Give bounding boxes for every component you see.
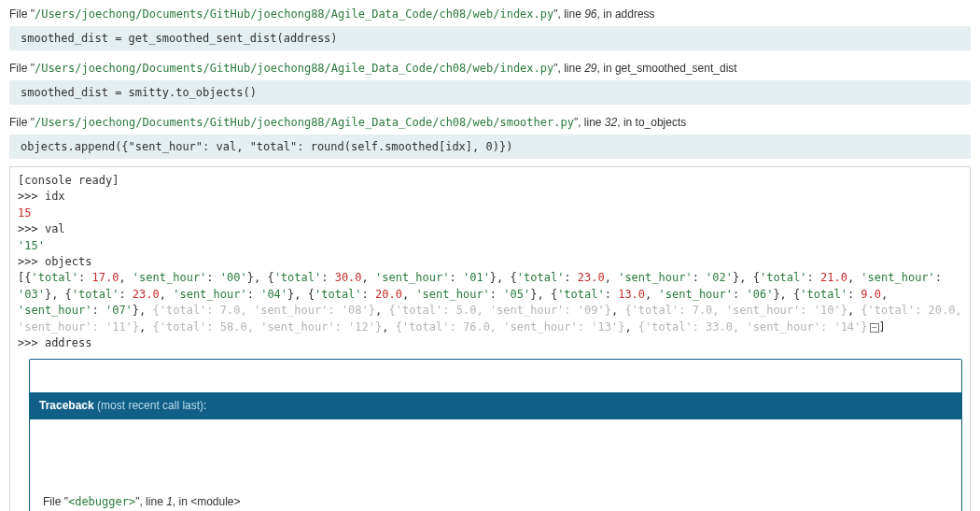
expand-icon[interactable]: – <box>870 323 879 333</box>
traceback-frame: File "/Users/joechong/Documents/GitHub/j… <box>9 112 971 159</box>
frame-line-no: 32 <box>605 116 617 129</box>
console-input: address <box>45 336 92 349</box>
debug-console[interactable]: [console ready] >>> idx 15 >>> val '15' … <box>9 166 971 511</box>
frame-file-path[interactable]: /Users/joechong/Documents/GitHub/joechon… <box>35 116 574 129</box>
tb-file: <debugger> <box>68 495 135 508</box>
in-word: , in <box>597 7 615 21</box>
console-output: 15 <box>18 206 31 220</box>
traceback-frame: File "/Users/joechong/Documents/GitHub/j… <box>9 58 971 105</box>
console-prompt: >>> <box>18 190 45 203</box>
traceback-subtitle: (most recent call last) <box>97 399 203 412</box>
console-prompt: >>> <box>18 336 45 349</box>
frame-line-no: 96 <box>584 7 596 21</box>
console-input: idx <box>45 190 65 203</box>
traceback-body: File "<debugger>", line 1, in <module> a… <box>30 452 961 511</box>
frame-fn: to_objects <box>636 116 687 129</box>
frame-fn: get_smoothed_sent_dist <box>615 62 737 75</box>
console-ready: [console ready] <box>18 174 119 187</box>
console-prompt: >>> <box>18 255 45 268</box>
line-word: , line <box>558 7 585 21</box>
file-word: File <box>9 7 31 21</box>
frame-fn: address <box>615 7 655 21</box>
console-output-objects: [{'total': 17.0, 'sent_hour': '00'}, {'t… <box>18 271 969 333</box>
console-input: objects <box>45 255 92 268</box>
frame-code[interactable]: smoothed_dist = smitty.to_objects() <box>9 80 971 105</box>
inner-traceback: Traceback (most recent call last): File … <box>29 359 962 511</box>
traceback-frame: File "/Users/joechong/Documents/GitHub/j… <box>9 4 971 50</box>
console-input: val <box>45 222 65 235</box>
frame-header: File "/Users/joechong/Documents/GitHub/j… <box>9 4 971 24</box>
console-prompt: >>> <box>18 222 45 235</box>
traceback-title: Traceback <box>39 399 94 412</box>
tb-fn: <module> <box>190 495 240 508</box>
frame-file-path[interactable]: /Users/joechong/Documents/GitHub/joechon… <box>35 7 553 21</box>
traceback-frame-line: File "<debugger>", line 1, in <module> <box>43 494 948 510</box>
frame-header: File "/Users/joechong/Documents/GitHub/j… <box>9 58 971 78</box>
frame-code[interactable]: smoothed_dist = get_smoothed_sent_dist(a… <box>9 26 971 50</box>
console-output: '15' <box>18 239 45 252</box>
frame-line-no: 29 <box>584 62 596 75</box>
frame-code[interactable]: objects.append({"sent_hour": val, "total… <box>9 135 971 159</box>
frame-header: File "/Users/joechong/Documents/GitHub/j… <box>9 112 971 133</box>
traceback-header: Traceback (most recent call last): <box>30 392 961 419</box>
frame-file-path[interactable]: /Users/joechong/Documents/GitHub/joechon… <box>35 62 553 75</box>
tb-line-no: 1 <box>166 495 173 508</box>
